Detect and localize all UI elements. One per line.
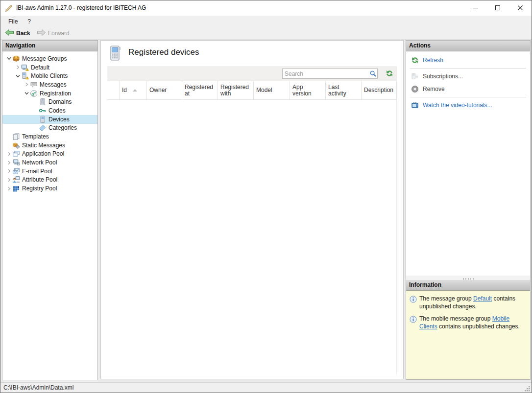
search-input[interactable]: [283, 70, 368, 77]
panel-splitter[interactable]: [406, 276, 530, 280]
column-label: Registered with: [220, 84, 251, 97]
status-bar: C:\IBI-aws\Admin\Data.xml: [0, 382, 532, 393]
nav-item-label: Network Pool: [22, 159, 57, 166]
column-header-description[interactable]: Description: [362, 81, 397, 99]
chevron-down-icon[interactable]: [23, 91, 30, 95]
devices-table-header: IdOwnerRegistered atRegistered withModel…: [107, 81, 397, 100]
nav-item-application-pool[interactable]: Application Pool: [2, 150, 97, 159]
maximize-button[interactable]: [486, 0, 509, 16]
actions-header: Actions: [406, 41, 530, 51]
nav-item-label: Application Pool: [22, 150, 64, 157]
nav-item-registration[interactable]: Registration: [2, 89, 97, 98]
nav-item-message-groups[interactable]: Message Groups: [2, 54, 97, 63]
nav-item-label: Static Messages: [22, 142, 65, 149]
action-watch-the-video-tutorials[interactable]: Watch the video-tutorials...: [406, 99, 530, 112]
app-window: IBI-aws Admin 1.27.0 - registered for IB…: [0, 0, 532, 393]
nav-item-e-mail-pool[interactable]: E-mail Pool: [2, 167, 97, 176]
nav-item-attribute-pool[interactable]: Attribute Pool: [2, 176, 97, 185]
mobile-clients-icon: [21, 72, 29, 80]
info-link-mobile-clients[interactable]: Mobile Clients: [419, 315, 509, 330]
command-strip: [107, 66, 397, 81]
messages-icon: [30, 81, 38, 89]
column-header-model[interactable]: Model: [254, 81, 290, 99]
action-refresh[interactable]: Refresh: [406, 54, 530, 67]
forward-label: Forward: [48, 30, 70, 37]
back-label: Back: [16, 30, 30, 37]
menu-file[interactable]: File: [3, 16, 23, 27]
nav-item-mobile-clients[interactable]: Mobile Clients: [2, 71, 97, 80]
nav-item-label: Codes: [48, 107, 66, 114]
info-link-default[interactable]: Default: [473, 295, 492, 302]
main-header: Registered devices: [101, 41, 403, 66]
chevron-right-icon[interactable]: [5, 161, 12, 165]
close-button[interactable]: [509, 0, 532, 16]
column-label: App version: [292, 84, 323, 97]
minimize-button[interactable]: [464, 0, 486, 16]
chevron-right-icon[interactable]: [5, 169, 12, 173]
chevron-down-icon[interactable]: [14, 74, 21, 78]
nav-item-devices[interactable]: Devices: [2, 115, 97, 124]
column-header-last-activity[interactable]: Last activity: [326, 81, 362, 99]
column-header-id[interactable]: Id: [120, 81, 147, 99]
column-label: Description: [364, 87, 393, 93]
info-message: The mobile message group Mobile Clients …: [410, 315, 527, 330]
attribute-pool-icon: [12, 176, 20, 184]
nav-item-default[interactable]: Default: [2, 63, 97, 72]
nav-item-label: Registration: [40, 90, 71, 97]
registered-devices-icon: [110, 46, 121, 62]
menu-help[interactable]: ?: [23, 16, 36, 27]
nav-item-domains[interactable]: Domains: [2, 97, 97, 106]
search-icon[interactable]: [368, 70, 377, 77]
chevron-down-icon[interactable]: [5, 56, 12, 61]
nav-item-label: Default: [31, 64, 49, 71]
nav-item-label: Domains: [48, 98, 72, 105]
column-header-selector[interactable]: [107, 81, 120, 99]
info-icon: [410, 296, 417, 303]
nav-item-categories[interactable]: Categories: [2, 124, 97, 133]
message-groups-icon: [12, 55, 20, 63]
information-list: The message group Default contains unpub…: [406, 291, 530, 379]
chevron-right-icon[interactable]: [14, 65, 21, 69]
info-message-text: The mobile message group Mobile Clients …: [419, 315, 527, 330]
back-button[interactable]: Back: [3, 28, 32, 39]
static-messages-icon: [12, 141, 20, 149]
column-header-registered-with[interactable]: Registered with: [218, 81, 254, 99]
nav-item-label: Templates: [22, 133, 49, 140]
column-header-app-version[interactable]: App version: [290, 81, 326, 99]
action-remove[interactable]: Remove: [406, 83, 530, 95]
nav-item-codes[interactable]: Codes: [2, 106, 97, 115]
chevron-right-icon[interactable]: [5, 178, 12, 182]
forward-button[interactable]: Forward: [35, 28, 72, 39]
devices-table-body[interactable]: [107, 100, 397, 374]
info-icon: [410, 316, 417, 323]
nav-item-templates[interactable]: Templates: [2, 132, 97, 141]
actions-separator: [410, 68, 526, 69]
action-label: Refresh: [423, 57, 443, 64]
chevron-right-icon[interactable]: [5, 186, 12, 191]
nav-item-network-pool[interactable]: Network Pool: [2, 158, 97, 167]
application-pool-icon: [12, 150, 20, 158]
actions-list: RefreshSubscriptions...RemoveWatch the v…: [406, 51, 530, 276]
chevron-right-icon[interactable]: [5, 152, 12, 156]
column-label: Owner: [149, 87, 167, 93]
close-icon: [518, 4, 523, 12]
categories-icon: [39, 124, 47, 132]
nav-item-registry-pool[interactable]: Registry Pool: [2, 184, 97, 193]
nav-item-static-messages[interactable]: Static Messages: [2, 141, 97, 150]
nav-item-messages[interactable]: Messages: [2, 80, 97, 89]
action-label: Remove: [423, 86, 445, 92]
navigation-tree: Message GroupsDefaultMobile ClientsMessa…: [2, 51, 97, 193]
resize-grip-icon[interactable]: [524, 386, 531, 392]
column-header-owner[interactable]: Owner: [147, 81, 182, 99]
devices-icon: [39, 116, 47, 123]
refresh-icon: [411, 56, 419, 64]
page-title: Registered devices: [128, 47, 199, 57]
column-label: Registered at: [185, 84, 215, 97]
refresh-icon-button[interactable]: [386, 69, 394, 78]
column-header-registered-at[interactable]: Registered at: [182, 81, 218, 99]
action-subscriptions[interactable]: Subscriptions...: [406, 70, 530, 83]
column-label: Model: [256, 87, 272, 93]
action-label: Watch the video-tutorials...: [423, 102, 492, 109]
chevron-right-icon[interactable]: [23, 82, 30, 87]
navigation-header: Navigation: [2, 41, 97, 51]
